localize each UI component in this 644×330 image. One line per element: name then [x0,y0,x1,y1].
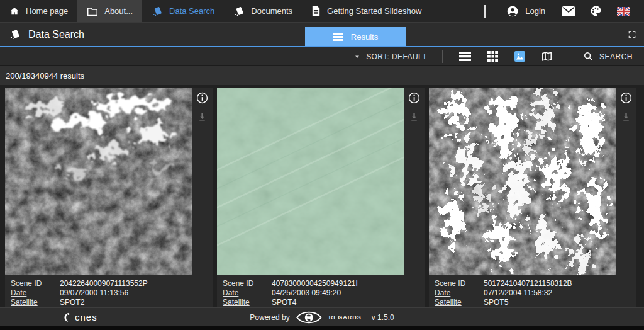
page-title: Data Search [28,29,84,40]
meta-row: Scene ID 50172410407121158312B [435,278,636,288]
tab-results-label: Results [351,32,378,42]
search-label: SEARCH [599,52,633,61]
results-count-row: 200/19340944 results [0,65,644,85]
date-value: 09/07/2000 11:13:56 [60,288,128,297]
info-button[interactable] [620,92,632,104]
language-button[interactable] [609,0,638,22]
download-button[interactable] [409,111,419,122]
fullscreen-icon [628,30,636,39]
view-list-button[interactable] [453,50,477,62]
meta-row: Date 07/12/2004 11:58:32 [435,288,636,297]
top-nav-bar: Home page About... Data Search Documents… [0,0,644,23]
view-map-button[interactable] [535,50,558,63]
date-link[interactable]: Date [435,288,484,297]
nav-item-label: Data Search [169,6,214,16]
uk-flag-icon [617,7,630,16]
card-actions [616,88,636,275]
view-quicklook-button[interactable] [508,50,531,63]
meta-row: Date 09/07/2000 11:13:56 [11,288,213,297]
theme-button[interactable] [582,0,609,22]
date-link[interactable]: Date [11,288,60,297]
results-grid: Scene ID 20422640009071113552P Date 09/0… [0,85,644,307]
results-toolbar: SORT: DEFAULT SEARC [0,47,644,65]
meta-row: Scene ID 20422640009071113552P [11,278,213,288]
document-icon [311,6,321,16]
nav-item-home-page[interactable]: Home page [0,0,77,22]
search-button[interactable]: SEARCH [579,51,636,62]
app-root: Home page About... Data Search Documents… [0,0,644,307]
nav-item-about[interactable]: About... [77,0,142,22]
table-icon [487,51,498,62]
card-actions [192,88,213,275]
catalog-icon [233,6,245,17]
sort-label: SORT: DEFAULT [366,52,427,61]
satellite-value: SPOT2 [60,298,84,307]
satellite-link[interactable]: Satellite [435,298,484,307]
image-icon [514,51,525,62]
card-top [217,88,425,275]
nav-item-documents[interactable]: Documents [224,0,302,22]
download-button[interactable] [197,111,208,122]
download-icon [621,111,631,122]
info-button[interactable] [408,92,420,104]
tab-results[interactable]: Results [305,27,406,46]
scene-id-value: 20422640009071113552P [60,279,148,288]
scene-metadata: Scene ID 40783000304250949121I Date 04/2… [217,275,425,307]
scene-id-link[interactable]: Scene ID [11,279,60,288]
fullscreen-button[interactable] [625,28,639,42]
scene-thumbnail[interactable] [217,88,404,275]
account-icon [506,5,519,18]
contact-button[interactable] [555,0,582,22]
module-header: Data Search Results [0,23,644,47]
nav-item-getting-started[interactable]: Getting Started Slideshow [302,0,431,22]
scene-thumbnail[interactable] [5,88,192,275]
results-count: 200/19340944 results [6,71,84,81]
nav-item-label: Home page [26,6,68,16]
nav-item-data-search[interactable]: Data Search [142,0,224,22]
download-icon [409,111,419,122]
toolbar-divider [442,50,443,63]
date-value: 04/25/2003 09:49:20 [272,288,341,297]
scene-id-link[interactable]: Scene ID [223,279,272,288]
info-icon [196,92,208,104]
nav-item-label: Documents [251,6,292,16]
meta-row: Satellite SPOT2 [11,297,213,307]
date-value: 07/12/2004 11:58:32 [484,288,552,297]
download-icon [197,111,208,122]
satellite-value: SPOT4 [272,298,296,307]
search-icon [583,51,594,62]
sort-dropdown[interactable]: SORT: DEFAULT [348,52,432,61]
login-button[interactable]: Login [497,5,555,18]
scene-id-value: 40783000304250949121I [272,279,358,288]
info-button[interactable] [196,92,208,104]
folder-icon [87,6,98,16]
list-icon [459,52,471,61]
scene-metadata: Scene ID 20422640009071113552P Date 09/0… [5,275,213,307]
result-card: Scene ID 40783000304250949121I Date 04/2… [217,88,425,307]
scene-id-value: 50172410407121158312B [484,279,572,288]
regards-logo-icon [296,310,323,324]
view-table-button[interactable] [481,50,504,63]
nav-item-label: About... [104,6,133,16]
scene-thumbnail[interactable] [429,88,616,275]
meta-row: Date 04/25/2003 09:49:20 [223,288,425,297]
download-button[interactable] [621,111,631,122]
module-title: Data Search [9,28,84,40]
cnes-logo[interactable]: cnes [62,312,97,322]
date-link[interactable]: Date [223,288,272,297]
card-top [5,88,213,275]
meta-row: Satellite SPOT5 [435,297,636,307]
nav-item-label: Getting Started Slideshow [327,6,421,16]
nav-divider [484,5,486,18]
bottom-strip [0,326,644,330]
satellite-link[interactable]: Satellite [11,298,60,307]
satellite-link[interactable]: Satellite [223,298,272,307]
scene-id-link[interactable]: Scene ID [435,279,484,288]
result-card: Scene ID 50172410407121158312B Date 07/1… [429,88,636,307]
toolbar-divider [569,50,569,63]
data-search-icon [9,28,21,40]
home-icon [9,6,19,16]
catalog-icon [152,6,163,17]
caret-down-icon [353,53,361,60]
mail-icon [562,6,575,16]
